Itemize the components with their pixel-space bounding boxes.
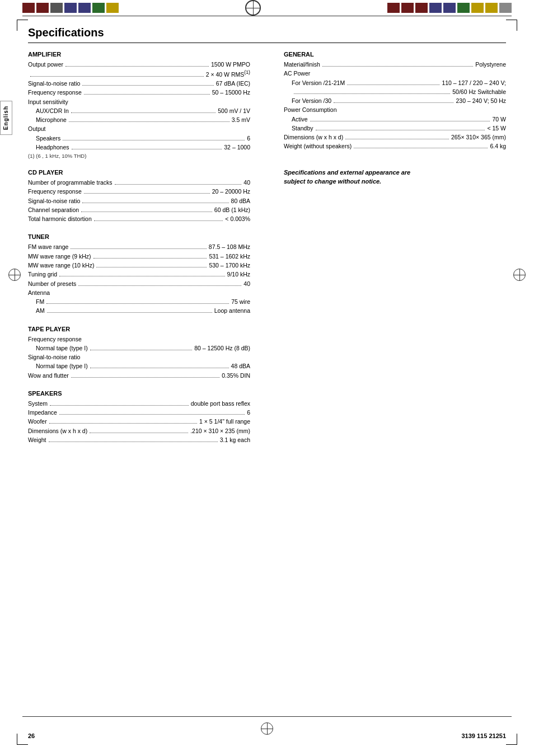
dotted-leader (65, 66, 209, 67)
dotted-leader (71, 248, 206, 249)
spec-fm-antenna: FM 75 wire (28, 297, 250, 306)
dotted-leader (90, 350, 192, 350)
spec-ac-power-header: AC Power (284, 69, 506, 78)
left-crosshair (8, 269, 21, 281)
spec-value: 48 dBA (231, 361, 250, 370)
dotted-leader (47, 312, 212, 313)
dotted-leader (310, 121, 490, 121)
top-bar (0, 0, 534, 16)
top-crosshair-container (119, 0, 387, 16)
specs-columns: AMPLIFIER Output power 1500 W PMPO 2 × 4… (28, 51, 506, 444)
spec-am-antenna: AM Loop antenna (28, 306, 250, 315)
spec-aux-cdr: AUX/CDR In 500 mV / 1V (28, 106, 250, 115)
spec-label: AUX/CDR In (36, 106, 69, 115)
spec-label: Standby (292, 124, 313, 133)
spec-version-30: For Version /30 230 – 240 V; 50 Hz (284, 96, 506, 105)
dotted-leader (82, 85, 213, 86)
spec-tuning-grid: Tuning grid 9/10 kHz (28, 270, 250, 279)
color-block-r3 (415, 3, 428, 13)
dotted-leader (322, 66, 473, 67)
spec-active: Active 70 W (284, 115, 506, 124)
dotted-leader (334, 102, 453, 103)
spec-gen-weight: Weight (without speakers) 6.4 kg (284, 142, 506, 151)
color-block-r6 (457, 3, 470, 13)
spec-spk-weight: Weight 3.1 kg each (28, 435, 250, 444)
spec-label: Weight (28, 435, 46, 444)
bottom-crosshair-icon (261, 722, 273, 735)
spec-tape-snr-header: Signal-to-noise ratio (28, 353, 250, 361)
spec-value: 6.4 kg (490, 142, 506, 151)
spec-version-21m: For Version /21-21M 110 – 127 / 220 – 24… (284, 78, 506, 87)
spec-value: Polystyrene (475, 60, 506, 69)
spec-label: MW wave range (9 kHz) (28, 252, 91, 261)
color-block-3 (50, 3, 63, 13)
dotted-leader (63, 140, 245, 140)
color-block-6 (92, 3, 105, 13)
spec-antenna-header: Antenna (28, 288, 250, 297)
dotted-leader (78, 285, 241, 286)
right-crosshair (513, 269, 526, 281)
spec-tape-snr: Normal tape (type I) 48 dBA (28, 361, 250, 370)
spec-microphone: Microphone 3.5 mV (28, 115, 250, 124)
spec-cd-snr: Signal-to-noise ratio 80 dBA (28, 196, 250, 205)
dotted-leader (96, 267, 207, 267)
side-tab-english: English (0, 101, 12, 135)
dotted-leader (71, 377, 219, 378)
spec-value: 80 – 12500 Hz (8 dB) (194, 344, 250, 353)
spec-label: Tuning grid (28, 270, 57, 279)
dotted-leader (71, 112, 216, 113)
spec-value: 40 (243, 279, 250, 288)
spec-value: 32 – 1000 (224, 143, 250, 152)
spec-value: 75 wire (231, 297, 250, 306)
section-title-speakers: SPEAKERS (28, 390, 250, 397)
spec-value: 110 – 127 / 220 – 240 V; (442, 78, 506, 87)
color-block-r9 (499, 3, 512, 13)
spec-cd-tracks: Number of programmable tracks 40 (28, 178, 250, 187)
dotted-leader (49, 442, 218, 442)
spec-label: Wow and flutter (28, 371, 69, 380)
dotted-leader (46, 303, 229, 304)
spec-mw10-range: MW wave range (10 kHz) 530 – 1700 kHz (28, 261, 250, 270)
spec-hz-switchable: 50/60 Hz Switchable (284, 87, 506, 96)
section-title-tuner: TUNER (28, 233, 250, 240)
spec-label: Dimensions (w x h x d) (284, 133, 343, 142)
spec-label: AM (36, 306, 45, 315)
amplifier-footnote: (1) (6 , 1 kHz, 10% THD) (28, 153, 250, 159)
spec-value: double port bass reflex (191, 399, 250, 408)
spec-snr: Signal-to-noise ratio 67 dBA (IEC) (28, 79, 250, 88)
spec-fm-range: FM wave range 87.5 – 108 MHz (28, 242, 250, 251)
spec-cd-thd: Total harmonic distortion < 0.003% (28, 214, 250, 223)
spec-value: < 0.003% (225, 214, 250, 223)
color-block-7 (106, 3, 119, 13)
spec-value: 80 dBA (231, 196, 250, 205)
spec-value: 3.5 mV (232, 115, 250, 124)
color-block-r4 (429, 3, 442, 13)
spec-label: Signal-to-noise ratio (28, 79, 80, 88)
spec-label: Channel separation (28, 205, 79, 214)
spec-value: 50/60 Hz Switchable (452, 87, 506, 96)
spec-spk-dimensions: Dimensions (w x h x d) .210 × 310 × 235 … (28, 426, 250, 435)
spec-label: Speakers (36, 134, 60, 143)
spec-value: 2 × 40 W RMS(1) (206, 69, 250, 79)
spec-mw9-range: MW wave range (9 kHz) 531 – 1602 kHz (28, 252, 250, 261)
dotted-leader (69, 121, 229, 122)
spec-label: Normal tape (type I) (36, 361, 88, 370)
dotted-leader (59, 414, 245, 415)
spec-label: Output power (28, 60, 63, 69)
spec-headphones: Headphones 32 – 1000 (28, 143, 250, 152)
dotted-leader (84, 94, 210, 95)
spec-label: Active (292, 115, 308, 124)
right-crosshair-icon (513, 269, 526, 281)
spec-label: Weight (without speakers) (284, 142, 352, 151)
dotted-leader (50, 405, 189, 406)
spec-value: < 15 W (487, 124, 506, 133)
spec-value: 230 – 240 V; 50 Hz (456, 96, 506, 105)
color-block-4 (64, 3, 77, 13)
main-content: Specifications AMPLIFIER Output power 15… (0, 16, 534, 467)
color-blocks-right (387, 3, 512, 13)
spec-tape-freq-header: Frequency response (28, 335, 250, 344)
dotted-leader (90, 368, 229, 368)
spec-value: 6 (247, 408, 250, 417)
spec-label: Woofer (28, 417, 47, 426)
spec-value: 0.35% DIN (222, 371, 250, 380)
